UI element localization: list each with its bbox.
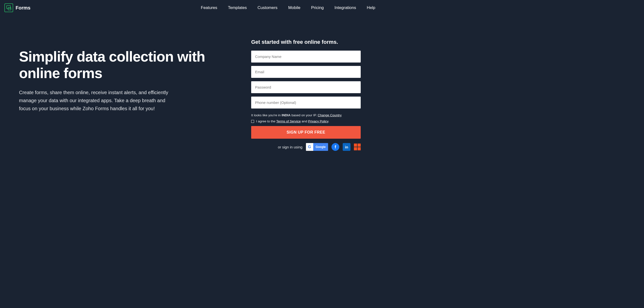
nav-features[interactable]: Features <box>201 5 217 10</box>
main-nav: Features Templates Customers Mobile Pric… <box>201 5 375 10</box>
privacy-link[interactable]: Privacy Policy <box>308 119 328 123</box>
social-label: or sign in using <box>278 145 302 149</box>
microsoft-signin-button[interactable] <box>354 144 361 150</box>
facebook-signin-button[interactable]: f <box>332 143 339 151</box>
signup-button[interactable]: SIGN UP FOR FREE <box>251 126 361 139</box>
phone-input[interactable] <box>251 97 361 108</box>
microsoft-icon <box>354 144 357 147</box>
nav-mobile[interactable]: Mobile <box>288 5 300 10</box>
linkedin-icon: in <box>345 145 348 149</box>
linkedin-signin-button[interactable]: in <box>343 143 350 151</box>
company-name-input[interactable] <box>251 51 361 62</box>
email-input[interactable] <box>251 66 361 78</box>
nav-pricing[interactable]: Pricing <box>311 5 324 10</box>
location-prefix: It looks like you're in <box>251 113 282 117</box>
google-label: Google <box>313 145 328 149</box>
location-info: It looks like you're in INDIA based on y… <box>251 113 361 117</box>
hero-title: Simplify data collection with online for… <box>19 49 232 82</box>
nav-help[interactable]: Help <box>367 5 375 10</box>
agree-mid: and <box>301 119 308 123</box>
agree-prefix: I agree to the <box>256 119 276 123</box>
brand-logo[interactable]: Forms <box>4 3 30 12</box>
password-input[interactable] <box>251 81 361 93</box>
brand-name: Forms <box>16 5 30 11</box>
nav-integrations[interactable]: Integrations <box>334 5 356 10</box>
google-icon: G <box>306 143 313 151</box>
tos-link[interactable]: Terms of Service <box>276 119 301 123</box>
nav-customers[interactable]: Customers <box>258 5 278 10</box>
google-signin-button[interactable]: G Google <box>306 143 328 151</box>
location-suffix: based on your IP. <box>290 113 318 117</box>
hero-subtitle: Create forms, share them online, receive… <box>19 89 170 113</box>
agree-checkbox[interactable] <box>251 120 254 123</box>
forms-logo-icon <box>4 3 13 12</box>
agree-line: I agree to the Terms of Service and Priv… <box>251 119 361 123</box>
nav-templates[interactable]: Templates <box>228 5 246 10</box>
agree-suffix: . <box>328 119 329 123</box>
facebook-icon: f <box>335 145 336 150</box>
location-country: INDIA <box>282 113 290 117</box>
form-heading: Get started with free online forms. <box>251 39 361 45</box>
change-country-link[interactable]: Change Country <box>318 113 342 117</box>
